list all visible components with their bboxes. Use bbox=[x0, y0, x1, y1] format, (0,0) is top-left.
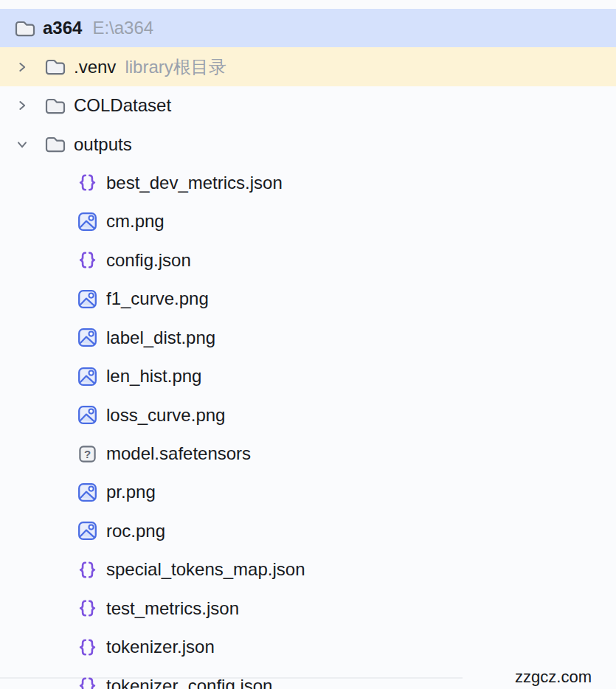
svg-text:?: ? bbox=[84, 447, 91, 460]
file-label: cm.png bbox=[106, 211, 165, 232]
tree-row-folder[interactable]: outputs bbox=[0, 125, 616, 163]
expand-toggle[interactable] bbox=[15, 98, 29, 113]
tree-row-file[interactable]: roc.png bbox=[0, 512, 616, 550]
project-root-path: E:\a364 bbox=[92, 18, 153, 38]
tree-row-file[interactable]: pr.png bbox=[0, 473, 616, 511]
json-icon bbox=[77, 250, 97, 270]
chevron-right-icon bbox=[15, 98, 29, 113]
expand-toggle[interactable] bbox=[15, 60, 29, 75]
tree-row-file[interactable]: label_dist.png bbox=[0, 319, 616, 357]
tree-row-file[interactable]: tokenizer.json bbox=[0, 628, 616, 666]
image-icon bbox=[77, 521, 97, 541]
tree-row-folder[interactable]: .venv library根目录 bbox=[0, 47, 616, 86]
file-label: model.safetensors bbox=[106, 443, 251, 464]
file-label: pr.png bbox=[106, 482, 156, 502]
image-icon bbox=[77, 212, 97, 232]
file-label: roc.png bbox=[106, 521, 165, 541]
folder-label: outputs bbox=[74, 134, 132, 155]
json-icon bbox=[77, 598, 97, 618]
tree-row-file[interactable]: special_tokens_map.json bbox=[0, 550, 616, 589]
expand-toggle[interactable] bbox=[15, 137, 29, 152]
tree-row-folder[interactable]: COLDataset bbox=[0, 86, 616, 125]
project-tree-panel: a364 E:\a364 .venv library根目录 COL bbox=[0, 0, 616, 689]
file-label: test_metrics.json bbox=[106, 598, 239, 619]
json-icon bbox=[77, 560, 97, 580]
file-label: f1_curve.png bbox=[106, 288, 209, 309]
file-label: config.json bbox=[106, 250, 191, 271]
json-icon bbox=[77, 637, 97, 657]
tree-row-file[interactable]: test_metrics.json bbox=[0, 589, 616, 628]
folder-label: .venv bbox=[74, 57, 116, 77]
tree-row-file[interactable]: config.json bbox=[0, 241, 616, 280]
file-label: best_dev_metrics.json bbox=[106, 173, 283, 193]
unknown-file-icon: ? bbox=[77, 444, 97, 464]
folder-icon bbox=[44, 96, 66, 116]
tree-row-file[interactable]: f1_curve.png bbox=[0, 280, 616, 318]
folder-icon bbox=[44, 57, 66, 77]
folder-hint: library根目录 bbox=[125, 55, 226, 79]
image-icon bbox=[77, 289, 97, 309]
file-label: label_dist.png bbox=[106, 328, 215, 348]
image-icon bbox=[77, 328, 97, 347]
watermark: zzgcz.com bbox=[515, 668, 592, 687]
file-label: len_hist.png bbox=[106, 366, 201, 387]
file-label: tokenizer.json bbox=[106, 637, 215, 657]
file-label: special_tokens_map.json bbox=[106, 559, 305, 580]
tree-row-file[interactable]: len_hist.png bbox=[0, 357, 616, 395]
tree-row-project-root[interactable]: a364 E:\a364 bbox=[0, 9, 616, 47]
image-icon bbox=[77, 367, 97, 387]
folder-icon bbox=[44, 134, 66, 154]
tree-row-file[interactable]: best_dev_metrics.json bbox=[0, 164, 616, 202]
json-icon bbox=[77, 676, 97, 689]
image-icon bbox=[77, 405, 97, 425]
file-label: loss_curve.png bbox=[106, 405, 225, 426]
project-root-name: a364 bbox=[43, 18, 82, 38]
chevron-right-icon bbox=[15, 60, 29, 75]
json-icon bbox=[77, 173, 97, 193]
tree-row-file[interactable]: loss_curve.png bbox=[0, 395, 616, 434]
file-label: tokenizer_config.json bbox=[106, 676, 272, 689]
tree-row-file[interactable]: ? model.safetensors bbox=[0, 434, 616, 473]
file-tree: a364 E:\a364 .venv library根目录 COL bbox=[0, 0, 616, 689]
chevron-down-icon bbox=[15, 137, 29, 152]
tree-row-file[interactable]: cm.png bbox=[0, 202, 616, 240]
folder-label: COLDataset bbox=[74, 95, 171, 116]
image-icon bbox=[77, 482, 97, 502]
folder-icon bbox=[14, 18, 36, 38]
